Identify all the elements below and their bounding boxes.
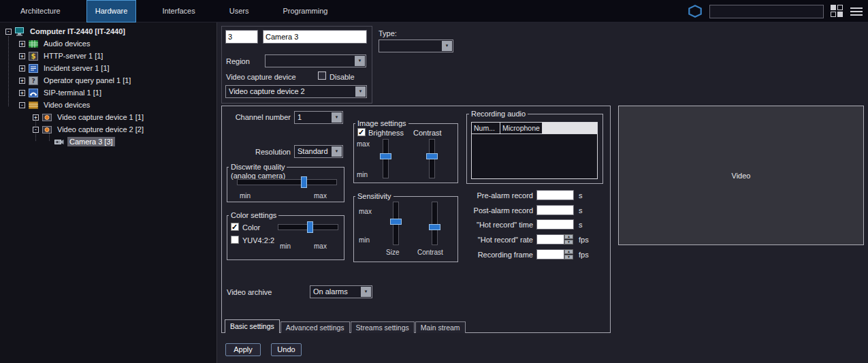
hot-record-time-input[interactable] [536, 219, 574, 230]
tree-item-incident-server[interactable]: + Incident server 1 [1] [19, 62, 112, 74]
nav-tab-architecture[interactable]: Architecture [12, 0, 69, 22]
menu-icon[interactable] [850, 7, 863, 16]
tab-basic-settings[interactable]: Basic settings [225, 319, 280, 333]
tree-item-sip-terminal[interactable]: + SIP-terminal 1 [1] [19, 86, 103, 99]
object-name-input[interactable] [263, 30, 367, 44]
tree-item-label: Camera 3 [3] [67, 137, 115, 146]
type-label: Type: [379, 29, 397, 38]
collapse-toggle[interactable]: - [33, 127, 39, 133]
slider-handle[interactable] [307, 221, 313, 233]
tree-item-http-server[interactable]: + $ HTTP-server 1 [1] [19, 50, 105, 62]
tree-item-video-devices[interactable]: - Video devices [19, 99, 92, 111]
selected-value: 1 [298, 112, 330, 123]
image-settings-legend: Image settings [355, 119, 408, 127]
incident-server-icon [29, 64, 38, 73]
sensitivity-size-slider[interactable] [393, 202, 399, 245]
post-alarm-record-input[interactable] [536, 205, 574, 215]
brightness-checkbox[interactable]: ✓ [357, 128, 366, 136]
color-checkbox-label: Color [242, 223, 260, 232]
channel-number-select[interactable]: 1 ▼ [294, 111, 343, 124]
expand-toggle[interactable]: + [19, 90, 25, 96]
object-id-input[interactable] [225, 30, 258, 44]
min-label: min [357, 170, 368, 179]
nav-tab-users[interactable]: Users [221, 0, 257, 22]
selected-value: On alarms [313, 286, 359, 298]
tree-item-label: Incident server 1 [1] [42, 63, 112, 73]
sensitivity-contrast-label: Contrast [417, 248, 443, 257]
sensitivity-contrast-slider[interactable] [432, 202, 438, 245]
tree-item-operator-query-panel[interactable]: + ? Operator query panel 1 [1] [19, 74, 133, 86]
video-archive-select[interactable]: On alarms ▼ [310, 285, 372, 298]
recording-frame-input[interactable] [536, 249, 564, 259]
microphone-table[interactable]: Num... Microphone [471, 122, 598, 179]
expand-toggle[interactable]: + [19, 53, 25, 59]
pre-alarm-record-input[interactable] [536, 190, 574, 200]
expand-toggle[interactable]: + [33, 114, 39, 121]
expand-toggle[interactable]: + [19, 41, 25, 47]
tab-streams-settings[interactable]: Streams settings [351, 321, 415, 333]
brightness-label: Brightness [368, 129, 404, 138]
resolution-select[interactable]: Standard ▼ [294, 145, 343, 158]
collapse-toggle[interactable]: - [5, 29, 12, 35]
expand-toggle[interactable]: + [19, 78, 25, 84]
image-contrast-slider[interactable] [429, 139, 435, 178]
hot-record-rate-input[interactable] [536, 234, 564, 244]
chevron-down-icon[interactable]: ▼ [355, 86, 366, 97]
svg-text:$: $ [31, 52, 36, 60]
spin-up-icon[interactable]: ▲ [564, 234, 573, 239]
color-checkbox[interactable]: ✓ [231, 223, 239, 231]
sensitivity-legend: Sensitivity [355, 192, 393, 200]
brightness-slider[interactable] [383, 139, 389, 178]
post-alarm-record-label: Post-alarm record [443, 206, 533, 215]
tree-item-audio-devices[interactable]: + Audio devices [19, 37, 93, 50]
region-select[interactable]: ▼ [265, 54, 366, 67]
search-input[interactable] [709, 5, 824, 18]
video-preview-label: Video [732, 172, 751, 180]
slider-handle[interactable] [301, 176, 307, 188]
camera-icon [54, 138, 64, 146]
tree-item-video-capture-device-2[interactable]: - Video capture device 2 [2] [33, 123, 146, 136]
min-label: min [280, 242, 291, 251]
chevron-down-icon[interactable]: ▼ [332, 112, 342, 123]
column-header-num[interactable]: Num... [472, 123, 500, 133]
slider-handle[interactable] [426, 153, 438, 159]
audio-devices-icon [29, 40, 38, 48]
slider-handle[interactable] [380, 153, 391, 159]
nav-tab-programming[interactable]: Programming [274, 0, 336, 22]
type-select[interactable]: ▼ [379, 40, 453, 52]
recording-frame-label: Recording frame [443, 251, 533, 259]
min-label: min [359, 236, 370, 244]
tab-main-stream[interactable]: Main stream [415, 321, 466, 333]
tab-advanced-settings[interactable]: Advanced settings [280, 321, 350, 333]
chevron-down-icon[interactable]: ▼ [355, 56, 365, 66]
parent-device-select[interactable]: Video capture device 2 ▼ [225, 85, 367, 98]
collapse-toggle[interactable]: - [19, 102, 25, 108]
yuv422-checkbox[interactable]: ✓ [231, 236, 239, 244]
column-header-microphone[interactable]: Microphone [500, 123, 543, 133]
apply-button[interactable]: Apply [225, 343, 261, 356]
tree-item-label: Operator query panel 1 [1] [42, 76, 133, 85]
spin-up-icon[interactable]: ▲ [564, 249, 573, 254]
tree-item-camera-3[interactable]: Camera 3 [3] [54, 136, 115, 148]
disable-checkbox[interactable]: ✓ [318, 72, 326, 80]
slider-handle[interactable] [390, 219, 402, 225]
hot-record-rate-spinner[interactable]: ▲ ▼ [564, 234, 573, 244]
color-slider[interactable] [278, 224, 338, 230]
undo-button[interactable]: Undo [271, 343, 302, 356]
recording-frame-spinner[interactable]: ▲ ▼ [564, 249, 573, 259]
chevron-down-icon[interactable]: ▼ [361, 287, 371, 297]
nav-tab-hardware[interactable]: Hardware [86, 0, 137, 22]
chevron-down-icon[interactable]: ▼ [442, 41, 452, 51]
tree-item-computer[interactable]: - Computer IT-2440 [IT-2440] [5, 25, 127, 37]
slider-handle[interactable] [429, 224, 440, 230]
nav-tab-interfaces[interactable]: Interfaces [154, 0, 203, 22]
video-preview-panel: Video [618, 106, 864, 245]
disc-quality-slider[interactable] [237, 179, 337, 185]
spin-down-icon[interactable]: ▼ [564, 240, 573, 244]
expand-toggle[interactable]: + [19, 65, 25, 72]
spin-down-icon[interactable]: ▼ [564, 255, 573, 259]
chevron-down-icon[interactable]: ▼ [332, 146, 342, 157]
video-capture-device-label: Video capture device [226, 73, 296, 82]
tree-item-video-capture-device-1[interactable]: + Video capture device 1 [1] [33, 111, 146, 123]
layout-grid-icon[interactable] [831, 5, 843, 18]
